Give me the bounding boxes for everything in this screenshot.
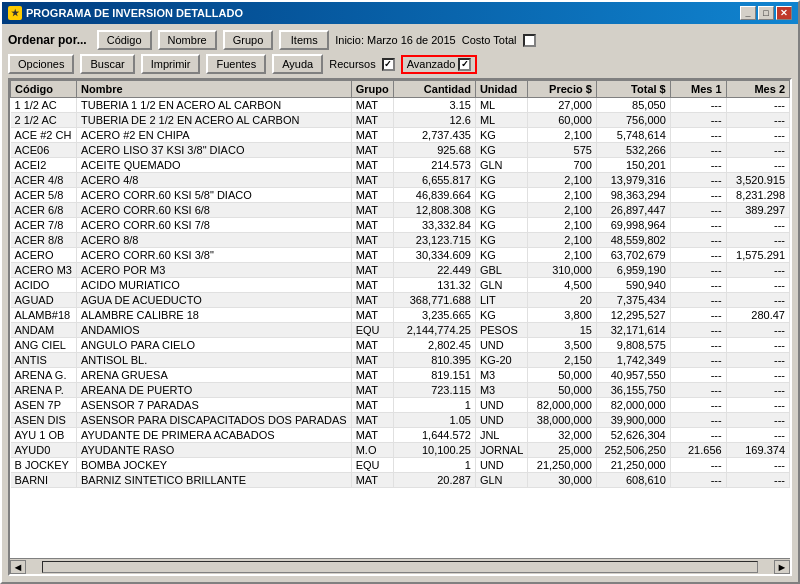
table-cell: --- <box>726 128 789 143</box>
table-row[interactable]: B JOCKEYBOMBA JOCKEYEQU1UND21,250,00021,… <box>11 458 790 473</box>
table-cell: 310,000 <box>528 263 597 278</box>
table-cell: --- <box>726 323 789 338</box>
costo-total-checkbox[interactable] <box>523 34 536 47</box>
table-cell: 389.297 <box>726 203 789 218</box>
table-row[interactable]: ACER 4/8ACERO 4/8MAT6,655.817KG2,10013,9… <box>11 173 790 188</box>
recursos-checkbox[interactable] <box>382 58 395 71</box>
table-cell: ACE #2 CH <box>11 128 77 143</box>
table-cell: 25,000 <box>528 443 597 458</box>
table-cell: --- <box>726 398 789 413</box>
table-cell: M.O <box>351 443 393 458</box>
table-row[interactable]: ACER 5/8ACERO CORR.60 KSI 5/8" DIACOMAT4… <box>11 188 790 203</box>
table-cell: 32,000 <box>528 428 597 443</box>
table-cell: MAT <box>351 473 393 488</box>
table-row[interactable]: ANG CIELANGULO PARA CIELOMAT2,802.45UND3… <box>11 338 790 353</box>
table-cell: ACER 8/8 <box>11 233 77 248</box>
table-cell: --- <box>726 368 789 383</box>
table-cell: --- <box>726 353 789 368</box>
scroll-track-h[interactable] <box>42 561 758 573</box>
table-row[interactable]: ARENA G.ARENA GRUESAMAT819.151M350,00040… <box>11 368 790 383</box>
table-row[interactable]: ASEN DISASENSOR PARA DISCAPACITADOS DOS … <box>11 413 790 428</box>
table-row[interactable]: ACERO M3ACERO POR M3MAT22.449GBL310,0006… <box>11 263 790 278</box>
btn-items[interactable]: Items <box>279 30 329 50</box>
table-cell: 2,144,774.25 <box>393 323 475 338</box>
table-row[interactable]: AGUADAGUA DE ACUEDUCTOMAT368,771.688LIT2… <box>11 293 790 308</box>
table-row[interactable]: 2 1/2 ACTUBERIA DE 2 1/2 EN ACERO AL CAR… <box>11 113 790 128</box>
table-cell: --- <box>670 248 726 263</box>
table-cell: ANGULO PARA CIELO <box>76 338 351 353</box>
table-row[interactable]: ACIDOACIDO MURIATICOMAT131.32GLN4,500590… <box>11 278 790 293</box>
table-row[interactable]: ACER 7/8ACERO CORR.60 KSI 7/8MAT33,332.8… <box>11 218 790 233</box>
table-cell: --- <box>726 143 789 158</box>
table-row[interactable]: ACE #2 CHACERO #2 EN CHIPAMAT2,737.435KG… <box>11 128 790 143</box>
table-cell: 13,979,316 <box>596 173 670 188</box>
table-cell: ACERO LISO 37 KSI 3/8" DIACO <box>76 143 351 158</box>
btn-imprimir[interactable]: Imprimir <box>141 54 201 74</box>
table-cell: ARENA GRUESA <box>76 368 351 383</box>
btn-buscar[interactable]: Buscar <box>80 54 134 74</box>
table-cell: BARNI <box>11 473 77 488</box>
avanzado-checkbox[interactable] <box>458 58 471 71</box>
table-cell: 819.151 <box>393 368 475 383</box>
table-cell: KG <box>475 233 527 248</box>
maximize-button[interactable]: □ <box>758 6 774 20</box>
scroll-right-btn[interactable]: ► <box>774 560 790 574</box>
table-row[interactable]: ASEN 7PASENSOR 7 PARADASMAT1UND82,000,00… <box>11 398 790 413</box>
toolbar-row-1: Ordenar por... Código Nombre Grupo Items… <box>8 30 792 50</box>
table-row[interactable]: ANTISANTISOL BL.MAT810.395KG-202,1501,74… <box>11 353 790 368</box>
table-cell: ACERO CORR.60 KSI 5/8" DIACO <box>76 188 351 203</box>
table-cell: KG <box>475 143 527 158</box>
table-cell: 368,771.688 <box>393 293 475 308</box>
btn-ayuda[interactable]: Ayuda <box>272 54 323 74</box>
table-cell: ASEN 7P <box>11 398 77 413</box>
table-cell: JNL <box>475 428 527 443</box>
table-cell: 2,100 <box>528 203 597 218</box>
table-cell: 2,100 <box>528 173 597 188</box>
table-row[interactable]: ACEI2ACEITE QUEMADOMAT214.573GLN700150,2… <box>11 158 790 173</box>
table-cell: 9,808,575 <box>596 338 670 353</box>
btn-grupo[interactable]: Grupo <box>223 30 274 50</box>
table-cell: 608,610 <box>596 473 670 488</box>
table-cell: AYUDANTE DE PRIMERA ACABADOS <box>76 428 351 443</box>
table-row[interactable]: AYU 1 OBAYUDANTE DE PRIMERA ACABADOSMAT1… <box>11 428 790 443</box>
btn-codigo[interactable]: Código <box>97 30 152 50</box>
table-cell: --- <box>726 473 789 488</box>
scroll-left-btn[interactable]: ◄ <box>10 560 26 574</box>
table-cell: KG-20 <box>475 353 527 368</box>
btn-fuentes[interactable]: Fuentes <box>206 54 266 74</box>
table-cell: 30,334.609 <box>393 248 475 263</box>
table-scroll[interactable]: Código Nombre Grupo Cantidad Unidad Prec… <box>10 80 790 558</box>
table-cell: 1 <box>393 398 475 413</box>
table-cell: 590,940 <box>596 278 670 293</box>
table-row[interactable]: AYUD0AYUDANTE RASOM.O10,100.25JORNAL25,0… <box>11 443 790 458</box>
table-row[interactable]: ACE06ACERO LISO 37 KSI 3/8" DIACOMAT925.… <box>11 143 790 158</box>
table-row[interactable]: BARNIBARNIZ SINTETICO BRILLANTEMAT20.287… <box>11 473 790 488</box>
table-row[interactable]: ACEROACERO CORR.60 KSI 3/8"MAT30,334.609… <box>11 248 790 263</box>
table-row[interactable]: ARENA P.AREANA DE PUERTOMAT723.115M350,0… <box>11 383 790 398</box>
data-table-container: Código Nombre Grupo Cantidad Unidad Prec… <box>8 78 792 576</box>
table-cell: ML <box>475 98 527 113</box>
table-cell: 214.573 <box>393 158 475 173</box>
table-row[interactable]: ACER 8/8ACERO 8/8MAT23,123.715KG2,10048,… <box>11 233 790 248</box>
table-cell: UND <box>475 458 527 473</box>
table-cell: 169.374 <box>726 443 789 458</box>
table-cell: 26,897,447 <box>596 203 670 218</box>
table-cell: 60,000 <box>528 113 597 128</box>
btn-nombre[interactable]: Nombre <box>158 30 217 50</box>
table-cell: --- <box>670 458 726 473</box>
table-cell: 3,800 <box>528 308 597 323</box>
table-cell: --- <box>670 368 726 383</box>
table-cell: --- <box>670 188 726 203</box>
minimize-button[interactable]: _ <box>740 6 756 20</box>
table-cell: MAT <box>351 98 393 113</box>
table-row[interactable]: ACER 6/8ACERO CORR.60 KSI 6/8MAT12,808.3… <box>11 203 790 218</box>
btn-opciones[interactable]: Opciones <box>8 54 74 74</box>
table-cell: ASENSOR 7 PARADAS <box>76 398 351 413</box>
table-cell: 32,171,614 <box>596 323 670 338</box>
table-row[interactable]: 1 1/2 ACTUBERIA 1 1/2 EN ACERO AL CARBON… <box>11 98 790 113</box>
horizontal-scrollbar[interactable]: ◄ ► <box>10 558 790 574</box>
table-row[interactable]: ALAMB#18ALAMBRE CALIBRE 18MAT3,235.665KG… <box>11 308 790 323</box>
recursos-label: Recursos <box>329 58 375 70</box>
table-row[interactable]: ANDAMANDAMIOSEQU2,144,774.25PESOS1532,17… <box>11 323 790 338</box>
close-button[interactable]: ✕ <box>776 6 792 20</box>
